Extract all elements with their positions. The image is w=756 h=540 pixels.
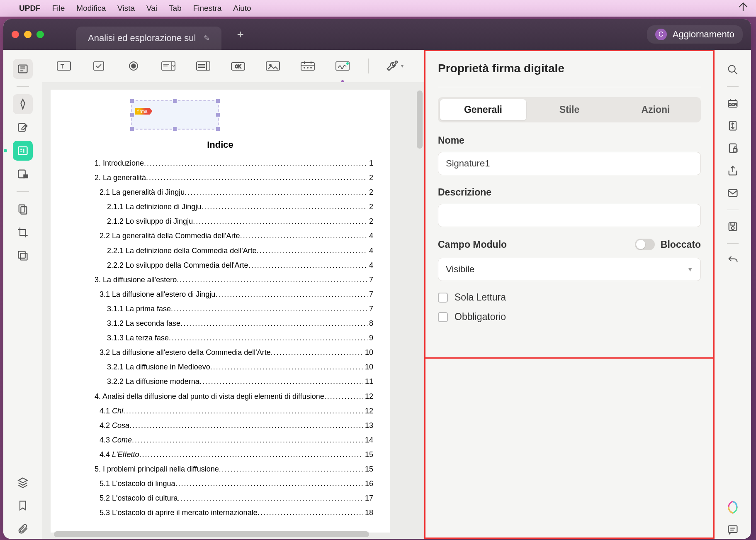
toc-line: 4.1 Chi 12 <box>67 404 373 418</box>
bloccato-toggle[interactable] <box>635 239 655 250</box>
signature-field-selection[interactable]: firma <box>131 100 219 130</box>
menu-file[interactable]: File <box>52 4 65 13</box>
menu-vai[interactable]: Vai <box>146 4 157 13</box>
toc-line: 5.3 L'ostacolo di aprire il mercato inte… <box>67 506 373 520</box>
obbligatorio-label: Obbligatorio <box>455 311 506 323</box>
sidebar-watermark-icon[interactable] <box>13 246 33 266</box>
text-field-icon[interactable] <box>55 58 73 74</box>
chevron-down-icon: ▼ <box>687 266 693 273</box>
divider <box>727 86 739 87</box>
toc-line: 5.2 L'ostacolo di cultura 17 <box>67 491 373 506</box>
sola-lettura-row[interactable]: Sola Lettura <box>438 292 701 303</box>
sidebar-reader-icon[interactable] <box>13 59 33 79</box>
menu-vista[interactable]: Vista <box>117 4 135 13</box>
comment-icon[interactable] <box>724 520 742 539</box>
svg-rect-2 <box>19 147 27 155</box>
svg-point-20 <box>304 67 305 68</box>
sidebar-form-icon[interactable] <box>13 141 33 161</box>
share-icon[interactable] <box>724 161 742 180</box>
maximize-button[interactable] <box>36 31 44 38</box>
protect-icon[interactable] <box>724 139 742 157</box>
sidebar-marker-icon[interactable] <box>13 94 33 114</box>
menu-modifica[interactable]: Modifica <box>76 4 106 13</box>
dropdown-icon[interactable] <box>159 58 177 74</box>
form-tools-icon[interactable]: ▾ <box>385 58 404 74</box>
toc-line: 4. Analisi della diffusione dal punto di… <box>67 389 373 404</box>
sola-lettura-checkbox[interactable] <box>438 293 448 303</box>
new-tab-button[interactable]: + <box>237 28 244 41</box>
obbligatorio-checkbox[interactable] <box>438 312 448 322</box>
toc: 1. Introduzione 12. La generalità 22.1 L… <box>67 156 373 520</box>
sidebar-attachment-icon[interactable] <box>13 519 33 539</box>
visibility-value: Visibile <box>446 264 474 275</box>
undo-icon[interactable] <box>724 251 742 269</box>
close-button[interactable] <box>12 31 19 38</box>
toc-line: 2.2 La generalità della Commedia dell'Ar… <box>67 229 373 243</box>
toc-line: 3.1 La diffusione all'estero di Jingju 7 <box>67 287 373 302</box>
search-icon[interactable] <box>724 61 742 79</box>
image-field-icon[interactable] <box>264 58 282 74</box>
app-window: Analisi ed esplorazione sul ✎ + C Aggior… <box>3 19 751 539</box>
menu-aiuto[interactable]: Aiuto <box>233 4 251 13</box>
listbox-icon[interactable] <box>194 58 212 74</box>
button-icon[interactable]: OK <box>229 58 247 74</box>
svg-rect-32 <box>729 190 737 196</box>
toc-line: 2.2.1 La definizione della Commedia dell… <box>67 244 373 258</box>
vertical-scrollbar[interactable] <box>417 90 423 149</box>
sidebar-edit-icon[interactable] <box>13 117 33 137</box>
sidebar-crop-icon[interactable] <box>13 222 33 242</box>
svg-rect-9 <box>57 62 70 70</box>
email-icon[interactable] <box>724 184 742 202</box>
updf-logo-icon[interactable] <box>724 498 742 516</box>
radio-icon[interactable] <box>124 58 143 74</box>
toc-line: 3.1.1 La prima fase 7 <box>67 302 373 316</box>
ocr-icon[interactable]: OCR <box>724 94 742 112</box>
tab-azioni[interactable]: Azioni <box>613 99 699 120</box>
visibility-select[interactable]: Visibile ▼ <box>438 258 701 281</box>
svg-text:OCR: OCR <box>729 103 737 107</box>
panel-tabs: Generali Stile Azioni <box>438 97 701 122</box>
nome-input[interactable] <box>438 152 701 175</box>
descrizione-label: Descrizione <box>438 187 701 198</box>
field-tag: firma <box>135 108 152 115</box>
descrizione-input[interactable] <box>438 204 701 227</box>
tab-generali[interactable]: Generali <box>440 99 526 120</box>
sidebar-bookmark-icon[interactable] <box>13 496 33 516</box>
pdf-page: firma Indice 1. Introduzione 12. La gene… <box>51 90 390 533</box>
toc-line: 2.1.1 La definizione di Jingju 2 <box>67 200 373 214</box>
horizontal-scrollbar[interactable] <box>54 531 369 537</box>
macos-menubar: UPDF File Modifica Vista Vai Tab Finestr… <box>0 0 756 17</box>
save-icon[interactable] <box>724 217 742 236</box>
app-name[interactable]: UPDF <box>19 4 41 13</box>
obbligatorio-row[interactable]: Obbligatorio <box>438 311 701 323</box>
tab-stile[interactable]: Stile <box>526 99 613 120</box>
svg-point-24 <box>346 62 349 65</box>
svg-rect-8 <box>20 253 27 260</box>
toc-line: 2.1.2 Lo sviluppo di Jingju 2 <box>67 214 373 229</box>
svg-point-22 <box>311 67 311 68</box>
toc-line: 2.1 La generalità di Jingju 2 <box>67 185 373 200</box>
document-viewport[interactable]: firma Indice 1. Introduzione 12. La gene… <box>42 82 424 539</box>
minimize-button[interactable] <box>24 31 32 38</box>
sidebar-pages-icon[interactable] <box>13 199 33 219</box>
svg-point-35 <box>732 227 734 230</box>
signature-field-icon[interactable] <box>333 58 352 74</box>
toc-line: 3. La diffusione all'estero 7 <box>67 273 373 287</box>
document-tab[interactable]: Analisi ed esplorazione sul ✎ <box>76 27 221 50</box>
menubar-tray-icon[interactable] <box>738 2 749 15</box>
date-field-icon[interactable] <box>299 58 317 74</box>
menu-tab[interactable]: Tab <box>169 4 182 13</box>
user-badge[interactable]: C Aggiornamento <box>647 25 743 44</box>
toc-line: 3.2.2 La diffusione moderna 11 <box>67 374 373 389</box>
svg-rect-34 <box>731 223 734 225</box>
sidebar-layers-icon[interactable] <box>13 472 33 492</box>
toc-line: 3.1.2 La seconda fase 8 <box>67 316 373 331</box>
checkbox-icon[interactable] <box>90 58 108 74</box>
convert-icon[interactable] <box>724 117 742 135</box>
menu-finestra[interactable]: Finestra <box>193 4 222 13</box>
tab-title: Analisi ed esplorazione sul <box>88 33 196 44</box>
left-sidebar <box>3 50 42 539</box>
sidebar-redact-icon[interactable] <box>13 164 33 184</box>
bloccato-label: Bloccato <box>661 239 701 250</box>
toc-line: 2. La generalità 2 <box>67 171 373 185</box>
